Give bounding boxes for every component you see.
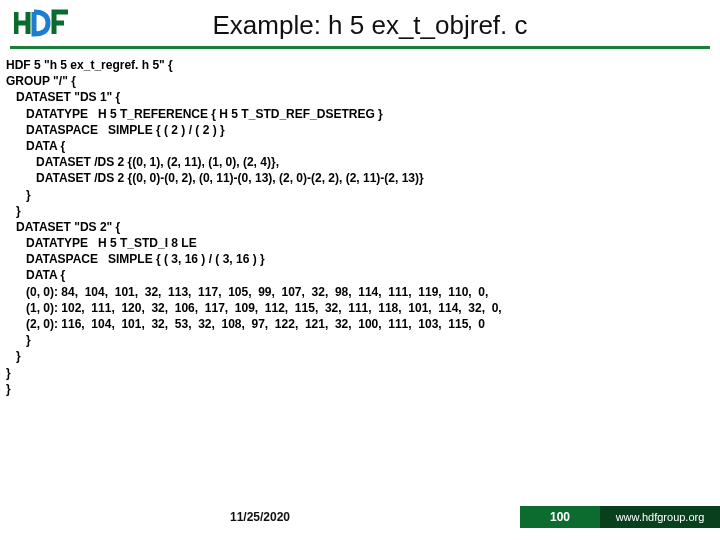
page-title: Example: h 5 ex_t_objref. c [34, 10, 706, 41]
code-highlight: 32 [151, 317, 164, 331]
divider [10, 46, 710, 49]
code-data: 116, 104, 101, [61, 317, 151, 331]
code-line: DATASET /DS 2 {(0, 1), (2, 11), (1, 0), [6, 155, 243, 169]
code-line: HDF 5 "h 5 ex_t_regref. h 5" { [6, 58, 173, 72]
code-line: GROUP "/" { [6, 74, 76, 88]
code-line: DATATYPE H 5 T_REFERENCE { H 5 T_STD_REF… [6, 107, 383, 121]
code-line: } [6, 204, 21, 218]
code-block: HDF 5 "h 5 ex_t_regref. h 5" { GROUP "/"… [0, 55, 720, 397]
code-line: } [6, 382, 11, 396]
code-line: (2, 0): [6, 317, 61, 331]
code-line: DATASET /DS 2 { [6, 171, 132, 185]
footer-brand: www.hdfgroup.org [600, 506, 720, 528]
code-line: DATA { [6, 268, 65, 282]
footer-page-number: 100 [520, 506, 600, 528]
code-data: 102, 111, 120, 32, 106, 117, 109, 112, 1… [61, 301, 501, 315]
code-line: -(0, 2), (0, 11)-(0, 13), (2, 0)-(2, 2),… [160, 171, 423, 185]
code-line: } [6, 349, 21, 363]
code-line: DATATYPE H 5 T_STD_I 8 LE [6, 236, 197, 250]
footer: 11/25/2020 100 www.hdfgroup.org [0, 506, 720, 528]
code-line: } [6, 188, 31, 202]
code-line: (0, 0): [6, 285, 61, 299]
code-line: DATASET "DS 2" { [6, 220, 120, 234]
code-data: 84, 104, 101, 32, 113, 117, 105, 99, 107… [61, 285, 488, 299]
code-highlight: (0, 0) [132, 171, 160, 185]
code-line: } [6, 366, 11, 380]
header: Example: h 5 ex_t_objref. c [0, 0, 720, 46]
footer-left: 11/25/2020 [0, 510, 520, 524]
code-line: }, [271, 155, 279, 169]
code-line: DATASET "DS 1" { [6, 90, 120, 104]
code-data: , 53, 32, 108, 97, 122, 121, 32, 100, 11… [165, 317, 485, 331]
footer-date: 11/25/2020 [230, 510, 290, 524]
code-line: DATA { [6, 139, 65, 153]
code-line: DATASPACE SIMPLE { ( 2 ) / ( 2 ) } [6, 123, 225, 137]
code-highlight: (2, 4) [243, 155, 271, 169]
code-line: DATASPACE SIMPLE { ( 3, 16 ) / ( 3, 16 )… [6, 252, 265, 266]
code-line: } [6, 333, 31, 347]
code-line: (1, 0): [6, 301, 61, 315]
